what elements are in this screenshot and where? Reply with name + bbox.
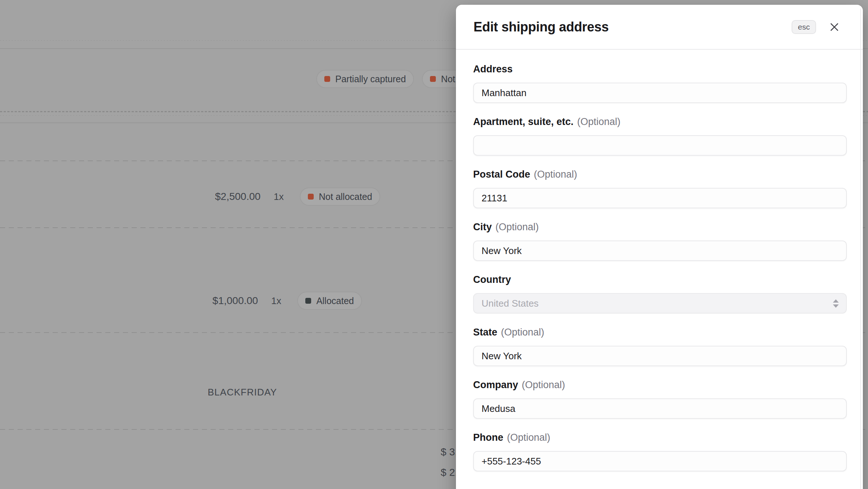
drawer-body: Address Apartment, suite, etc. (Optional… [456,50,863,489]
postal-code-input[interactable] [473,188,847,208]
field-label: Phone [473,431,503,444]
optional-hint: (Optional) [495,221,539,233]
state-input[interactable] [473,346,847,366]
optional-hint: (Optional) [522,379,565,391]
chevron-down-icon [833,304,839,308]
close-button[interactable] [826,19,842,35]
order-detail-screen: Partially captured Not ful $2,500.00 1x … [0,0,868,489]
close-icon [829,22,839,32]
field-label-row: Apartment, suite, etc. (Optional) [473,115,847,128]
optional-hint: (Optional) [501,326,544,338]
drawer-header: Edit shipping address esc [456,5,863,50]
field-state: State (Optional) [473,326,847,366]
esc-key-hint: esc [792,20,816,34]
field-city: City (Optional) [473,221,847,261]
field-phone: Phone (Optional) [473,431,847,471]
field-label-row: Country [473,273,847,286]
field-label-row: Company (Optional) [473,379,847,391]
field-address: Address [473,63,847,103]
phone-input[interactable] [473,451,847,471]
city-input[interactable] [473,240,847,261]
edit-shipping-address-drawer: Edit shipping address esc Address Apartm… [456,5,863,489]
chevron-up-icon [833,299,839,303]
drawer-title: Edit shipping address [473,19,609,35]
field-label-row: City (Optional) [473,221,847,233]
field-country: Country United States [473,273,847,314]
company-input[interactable] [473,398,847,419]
optional-hint: (Optional) [577,115,621,128]
field-label: Country [473,273,511,286]
field-label: State [473,326,497,338]
country-select-value: United States [482,298,539,309]
address-input[interactable] [473,83,847,103]
field-label-row: State (Optional) [473,326,847,338]
field-label: Address [473,63,513,75]
country-select: United States [473,293,847,314]
optional-hint: (Optional) [507,431,551,444]
optional-hint: (Optional) [534,168,577,181]
field-label-row: Postal Code (Optional) [473,168,847,181]
apartment-input[interactable] [473,135,847,156]
field-apartment: Apartment, suite, etc. (Optional) [473,115,847,156]
field-label-row: Address [473,63,847,75]
field-label-row: Phone (Optional) [473,431,847,444]
field-label: Postal Code [473,168,530,181]
field-label: Apartment, suite, etc. [473,115,574,128]
select-chevrons-icon [833,299,839,308]
field-company: Company (Optional) [473,379,847,419]
field-postal-code: Postal Code (Optional) [473,168,847,208]
field-label: Company [473,379,518,391]
field-label: City [473,221,492,233]
